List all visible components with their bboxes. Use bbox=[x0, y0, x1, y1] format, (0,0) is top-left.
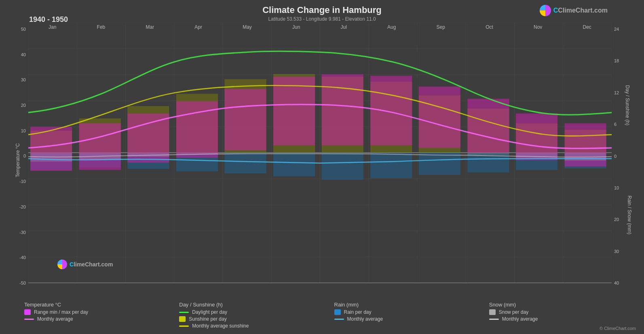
daylight-swatch bbox=[179, 312, 189, 313]
watermark-bottom-left: ClimeChart.com bbox=[57, 260, 113, 269]
legend-temp-avg: Monthly average bbox=[24, 316, 171, 322]
legend-sunshine-bar: Sunshine per day bbox=[179, 316, 326, 322]
legend-daylight: Daylight per day bbox=[179, 309, 326, 315]
chart-plot-area: Jan Feb Mar Apr May Jun Jul Aug Sep Oct … bbox=[28, 23, 612, 298]
svg-rect-54 bbox=[224, 89, 266, 151]
svg-rect-66 bbox=[467, 153, 509, 155]
left-axis-label: Temperature °C bbox=[15, 143, 21, 177]
legend-sunshine-avg: Monthly average sunshine bbox=[179, 323, 326, 329]
sunshine-bar-swatch bbox=[179, 316, 186, 322]
sunshine-avg-swatch bbox=[179, 325, 189, 327]
copyright-text: © ClimeChart.com bbox=[600, 326, 636, 331]
legend-rain-bar: Rain per day bbox=[334, 309, 481, 315]
chart-subtitle: Latitude 53.533 - Longitude 9.981 - Elev… bbox=[0, 16, 644, 22]
brand-name: CClimeChart.com bbox=[553, 7, 608, 14]
rain-avg-swatch bbox=[334, 319, 344, 320]
legend-snow-avg: Monthly average bbox=[489, 316, 636, 322]
svg-rect-57 bbox=[370, 76, 412, 145]
legend-temp-range-label: Range min / max per day bbox=[34, 309, 88, 315]
right-axis-top-label: Day / Sunshine (h) bbox=[624, 85, 630, 125]
legend-rain: Rain (mm) Rain per day Monthly average bbox=[334, 302, 481, 330]
legend-daylight-label: Daylight per day bbox=[192, 309, 227, 315]
legend-snow-bar-label: Snow per day bbox=[499, 309, 528, 315]
y-axis-left: Temperature °C 50 40 30 20 10 0 -10 -20 … bbox=[4, 23, 28, 298]
brand-logo-icon bbox=[540, 5, 551, 16]
legend-area: Temperature °C Range min / max per day M… bbox=[0, 298, 644, 334]
right-axis-bottom-label: Rain / Snow (mm) bbox=[627, 196, 632, 234]
svg-rect-33 bbox=[370, 153, 412, 178]
svg-rect-58 bbox=[419, 87, 460, 148]
legend-rain-avg: Monthly average bbox=[334, 316, 481, 322]
svg-rect-56 bbox=[322, 74, 363, 145]
legend-temp-avg-label: Monthly average bbox=[37, 316, 73, 322]
y-axis-right: Day / Sunshine (h) Rain / Snow (mm) 24 1… bbox=[612, 23, 640, 298]
svg-rect-55 bbox=[273, 77, 315, 145]
brand-name-bottom: ClimeChart.com bbox=[70, 261, 113, 268]
legend-snow-avg-label: Monthly average bbox=[502, 316, 538, 322]
temp-avg-swatch bbox=[24, 319, 34, 320]
legend-sunshine-avg-label: Monthly average sunshine bbox=[192, 323, 249, 329]
legend-snow-bar: Snow per day bbox=[489, 309, 636, 315]
legend-rain-avg-label: Monthly average bbox=[347, 316, 383, 322]
brand-logo-bottom-icon bbox=[57, 260, 67, 269]
legend-temp-title: Temperature °C bbox=[24, 302, 171, 308]
svg-rect-31 bbox=[273, 153, 315, 176]
svg-rect-51 bbox=[79, 123, 121, 170]
watermark-top-right: CClimeChart.com bbox=[540, 5, 608, 16]
svg-rect-32 bbox=[322, 153, 363, 180]
rain-bar-swatch bbox=[334, 309, 341, 315]
legend-snow-title: Snow (mm) bbox=[489, 302, 636, 308]
legend-temp-range: Range min / max per day bbox=[24, 309, 171, 315]
legend-sunshine-bar-label: Sunshine per day bbox=[189, 316, 226, 322]
legend-rain-title: Rain (mm) bbox=[334, 302, 481, 308]
legend-temperature: Temperature °C Range min / max per day M… bbox=[24, 302, 171, 330]
snow-avg-swatch bbox=[489, 319, 499, 320]
svg-rect-30 bbox=[224, 153, 266, 173]
temp-range-swatch bbox=[24, 309, 31, 315]
svg-rect-34 bbox=[419, 153, 460, 175]
legend-sunshine-title: Day / Sunshine (h) bbox=[179, 302, 326, 308]
snow-bar-swatch bbox=[489, 309, 496, 315]
legend-rain-bar-label: Rain per day bbox=[344, 309, 372, 315]
legend-sunshine: Day / Sunshine (h) Daylight per day Suns… bbox=[179, 302, 326, 330]
